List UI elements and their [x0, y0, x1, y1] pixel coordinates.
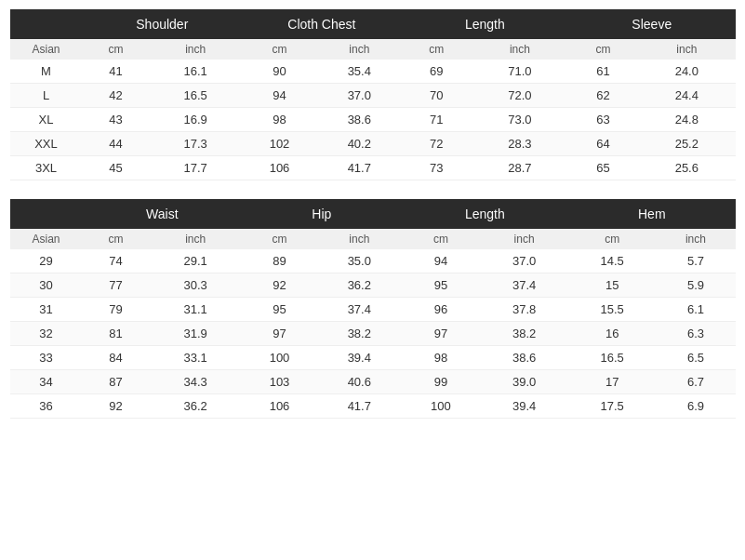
- data-cell: 16.1: [149, 60, 242, 84]
- bottom-table-header-row: Waist Hip Length Hem: [10, 199, 736, 229]
- data-cell: 63: [568, 108, 638, 132]
- data-cell: 73: [402, 156, 472, 180]
- data-cell: 70: [402, 84, 472, 108]
- top-table-header-row: Shoulder Cloth Chest Length Sleeve: [10, 9, 736, 39]
- size-cell: L: [10, 84, 83, 108]
- data-cell: 65: [568, 156, 638, 180]
- top-table-subheader-row: Asian cm inch cm inch cm inch cm inch: [10, 39, 736, 60]
- data-cell: 30.3: [149, 273, 242, 298]
- table-row: 3XL4517.710641.77328.76525.6: [10, 156, 736, 180]
- data-cell: 79: [83, 298, 150, 322]
- top-table: Shoulder Cloth Chest Length Sleeve Asian…: [10, 9, 736, 180]
- data-cell: 39.4: [317, 346, 402, 370]
- data-cell: 77: [83, 273, 150, 298]
- size-cell: 29: [10, 249, 83, 273]
- data-cell: 29.1: [149, 249, 242, 273]
- subheader-inch-4: inch: [638, 39, 735, 60]
- data-cell: 24.0: [638, 60, 735, 84]
- data-cell: 38.2: [480, 322, 568, 346]
- data-cell: 71: [402, 108, 472, 132]
- data-cell: 84: [83, 346, 150, 370]
- data-cell: 90: [242, 60, 317, 84]
- data-cell: 17.3: [149, 132, 242, 156]
- bottom-header-waist: Waist: [83, 199, 243, 229]
- table-row: 297429.18935.09437.014.55.7: [10, 249, 736, 273]
- data-cell: 38.2: [317, 322, 402, 346]
- size-cell: 36: [10, 394, 83, 419]
- size-cell: 32: [10, 322, 83, 346]
- table-row: XXL4417.310240.27228.36425.2: [10, 132, 736, 156]
- subheader-cm-b4: cm: [568, 229, 656, 249]
- size-cell: 33: [10, 346, 83, 370]
- data-cell: 31.1: [149, 298, 242, 322]
- data-cell: 31.9: [149, 322, 242, 346]
- data-cell: 37.0: [480, 249, 568, 273]
- data-cell: 6.5: [656, 346, 735, 370]
- table-row: 328131.99738.29738.2166.3: [10, 322, 736, 346]
- data-cell: 45: [83, 156, 150, 180]
- data-cell: 87: [83, 370, 150, 394]
- data-cell: 16.9: [149, 108, 242, 132]
- top-header-length: Length: [402, 9, 568, 39]
- data-cell: 41: [83, 60, 150, 84]
- table-row: 348734.310340.69939.0176.7: [10, 370, 736, 394]
- data-cell: 35.4: [317, 60, 402, 84]
- data-cell: 16.5: [149, 84, 242, 108]
- bottom-header-size: [10, 199, 83, 229]
- data-cell: 102: [242, 132, 317, 156]
- data-cell: 38.6: [317, 108, 402, 132]
- bottom-table: Waist Hip Length Hem Asian cm inch cm in…: [10, 199, 736, 419]
- data-cell: 14.5: [568, 249, 656, 273]
- size-cell: M: [10, 60, 83, 84]
- data-cell: 40.6: [317, 370, 402, 394]
- bottom-table-body: 297429.18935.09437.014.55.7307730.39236.…: [10, 249, 736, 419]
- table-row: M4116.19035.46971.06124.0: [10, 60, 736, 84]
- data-cell: 94: [242, 84, 317, 108]
- data-cell: 81: [83, 322, 150, 346]
- data-cell: 89: [242, 249, 317, 273]
- data-cell: 35.0: [317, 249, 402, 273]
- data-cell: 16.5: [568, 346, 656, 370]
- data-cell: 44: [83, 132, 150, 156]
- table-row: 338433.110039.49838.616.56.5: [10, 346, 736, 370]
- subheader-inch-2: inch: [317, 39, 402, 60]
- data-cell: 72.0: [472, 84, 568, 108]
- data-cell: 28.7: [472, 156, 568, 180]
- data-cell: 92: [242, 273, 317, 298]
- subheader-cm-3: cm: [402, 39, 472, 60]
- top-table-body: M4116.19035.46971.06124.0L4216.59437.070…: [10, 60, 736, 180]
- subheader-asian-1: Asian: [10, 39, 83, 60]
- data-cell: 6.9: [656, 394, 735, 419]
- data-cell: 71.0: [472, 60, 568, 84]
- data-cell: 15.5: [568, 298, 656, 322]
- top-header-shoulder: Shoulder: [83, 9, 243, 39]
- data-cell: 99: [402, 370, 481, 394]
- data-cell: 16: [568, 322, 656, 346]
- data-cell: 97: [402, 322, 481, 346]
- subheader-inch-b1: inch: [149, 229, 242, 249]
- subheader-cm-b1: cm: [83, 229, 150, 249]
- bottom-header-length: Length: [402, 199, 568, 229]
- data-cell: 25.2: [638, 132, 735, 156]
- data-cell: 64: [568, 132, 638, 156]
- data-cell: 106: [242, 156, 317, 180]
- data-cell: 95: [402, 273, 481, 298]
- data-cell: 39.4: [480, 394, 568, 419]
- subheader-asian-b1: Asian: [10, 229, 83, 249]
- data-cell: 98: [402, 346, 481, 370]
- data-cell: 37.0: [317, 84, 402, 108]
- subheader-cm-2: cm: [242, 39, 317, 60]
- data-cell: 24.8: [638, 108, 735, 132]
- table-row: 369236.210641.710039.417.56.9: [10, 394, 736, 419]
- data-cell: 95: [242, 298, 317, 322]
- data-cell: 28.3: [472, 132, 568, 156]
- data-cell: 100: [242, 346, 317, 370]
- bottom-header-hem: Hem: [568, 199, 735, 229]
- data-cell: 61: [568, 60, 638, 84]
- data-cell: 41.7: [317, 156, 402, 180]
- top-header-size: [10, 9, 83, 39]
- data-cell: 38.6: [480, 346, 568, 370]
- data-cell: 72: [402, 132, 472, 156]
- data-cell: 92: [83, 394, 150, 419]
- data-cell: 6.3: [656, 322, 735, 346]
